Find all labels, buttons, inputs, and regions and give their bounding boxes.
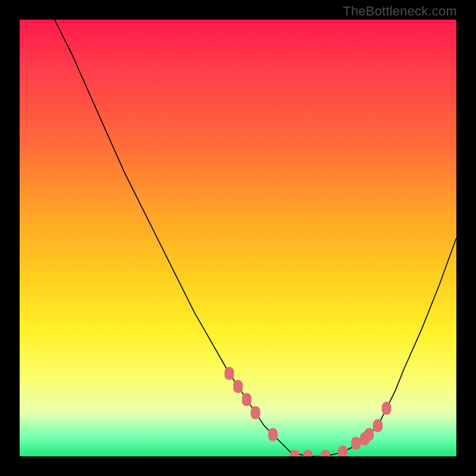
curve-marker: [321, 450, 330, 456]
curve-marker: [250, 406, 260, 419]
curve-marker: [373, 419, 383, 433]
curve-marker: [242, 393, 252, 406]
curve-marker: [268, 428, 278, 441]
curve-marker: [351, 437, 361, 450]
curve-marker: [382, 402, 392, 415]
curve-marker: [233, 380, 243, 393]
chart-stage: TheBottleneck.com: [0, 0, 476, 476]
curve-marker: [303, 450, 312, 456]
bottleneck-curve: [55, 20, 456, 456]
plot-area: [20, 20, 456, 456]
curve-marker: [364, 428, 374, 441]
curve-marker: [338, 446, 347, 456]
curve-marker: [224, 367, 234, 380]
watermark-text: TheBottleneck.com: [343, 4, 457, 19]
curve-marker: [290, 450, 299, 456]
marker-group: [224, 367, 391, 457]
curve-svg: [20, 20, 456, 456]
